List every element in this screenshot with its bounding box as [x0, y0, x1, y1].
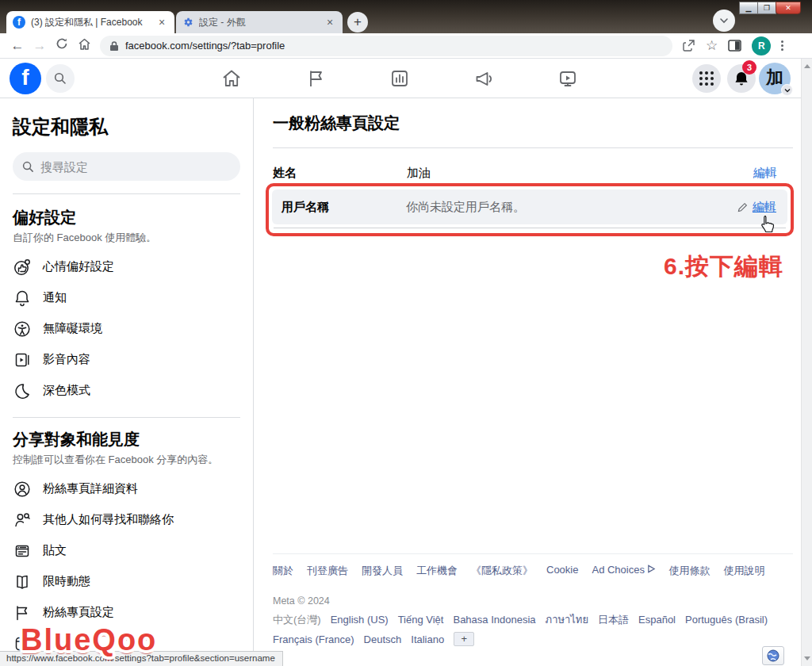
footer-link-about[interactable]: 關於 [273, 564, 293, 578]
adchoices-icon [647, 565, 656, 573]
browser-tab-settings[interactable]: 設定 - 外觀 × [176, 11, 343, 33]
scroll-down-icon[interactable] [804, 656, 810, 660]
sidebar-item-label: 通知 [43, 290, 67, 305]
gear-favicon-icon [182, 17, 193, 28]
browser-tab-facebook[interactable]: f (3) 設定和隱私 | Facebook × [6, 11, 174, 33]
bookmark-star-icon[interactable]: ☆ [706, 37, 718, 54]
ads-megaphone-nav-icon[interactable] [473, 67, 495, 90]
sidebar-item-page-details[interactable]: 粉絲專頁詳細資料 [13, 473, 240, 504]
sidebar-item-stories[interactable]: 限時動態 [13, 566, 240, 597]
footer-link-ads[interactable]: 刊登廣告 [307, 564, 348, 578]
divider [13, 193, 240, 194]
forward-icon[interactable]: → [29, 38, 51, 54]
dark-mode-icon [13, 381, 32, 400]
tab-title: (3) 設定和隱私 | Facebook [31, 16, 155, 29]
annotation-highlight-box: 用戶名稱 你尚未設定用戶名稱。 編輯 [266, 183, 794, 236]
sidebar-item-media[interactable]: 影音內容 [13, 344, 240, 375]
row-label: 姓名 [273, 166, 297, 181]
maximize-button[interactable]: ❐ [757, 2, 776, 14]
pages-flag-nav-icon[interactable] [304, 67, 327, 90]
page-scrollbar[interactable] [801, 59, 812, 666]
home-nav-icon[interactable] [220, 67, 243, 90]
add-language-button[interactable]: + [454, 632, 474, 646]
window-titlebar: f (3) 設定和隱私 | Facebook × 設定 - 外觀 × + ▁ ❐… [0, 0, 812, 33]
language-current: 中文(台灣) [273, 613, 321, 627]
sidebar-item-label: 貼文 [43, 543, 67, 558]
sidebar-item-reaction-preferences[interactable]: 心情偏好設定 [13, 251, 240, 282]
watermark-text: BlueQoo [21, 623, 157, 657]
close-tab-icon[interactable]: × [155, 16, 168, 29]
language-link[interactable]: Português (Brasil) [685, 614, 768, 626]
back-icon[interactable]: ← [6, 38, 29, 54]
media-icon [13, 350, 32, 369]
stories-icon [13, 572, 32, 591]
sidebar-title: 設定和隱私 [13, 114, 240, 140]
facebook-header: f 3 加 [0, 59, 801, 98]
page-title: 一般粉絲專頁設定 [273, 113, 400, 134]
video-nav-icon[interactable] [557, 67, 579, 90]
language-link[interactable]: Deutsch [364, 633, 402, 645]
sidebar-item-label: 影音內容 [43, 352, 90, 367]
edit-name-link[interactable]: 編輯 [753, 166, 777, 181]
browser-toolbar: ← → facebook.com/settings/?tab=profile ☆… [0, 33, 812, 59]
lock-icon [109, 40, 119, 52]
settings-search-input[interactable] [40, 160, 215, 174]
browser-profile-avatar[interactable]: R [752, 36, 771, 56]
share-icon[interactable] [682, 39, 695, 52]
sidebar-item-find-contact[interactable]: 其他人如何尋找和聯絡你 [13, 504, 240, 535]
footer-link-adchoices[interactable]: Ad Choices [592, 564, 655, 578]
language-link[interactable]: ภาษาไทย [546, 611, 588, 628]
footer-link-privacy[interactable]: 《隱私政策》 [471, 564, 533, 578]
apps-grid-button[interactable] [692, 64, 721, 93]
address-bar[interactable]: facebook.com/settings/?tab=profile [100, 36, 672, 56]
reload-icon[interactable] [51, 37, 73, 54]
footer-link-help[interactable]: 使用說明 [724, 564, 765, 578]
language-links: 中文(台灣) English (US) Tiếng Việt Bahasa In… [273, 611, 796, 646]
tab-search-button[interactable] [713, 10, 735, 32]
sidebar-item-dark-mode[interactable]: 深色模式 [13, 375, 240, 406]
language-globe-button[interactable] [762, 646, 784, 665]
language-link[interactable]: English (US) [331, 614, 389, 626]
sidebar-item-posts[interactable]: 貼文 [13, 535, 240, 566]
search-icon [22, 161, 34, 173]
minimize-button[interactable]: ▁ [739, 2, 758, 14]
profile-circle-icon [13, 480, 32, 499]
language-link[interactable]: Français (France) [273, 633, 354, 645]
language-link[interactable]: Tiếng Việt [398, 614, 444, 626]
close-button[interactable]: ✕ [776, 2, 801, 14]
facebook-footer: 關於 刊登廣告 開發人員 工作機會 《隱私政策》 Cookie Ad Choic… [273, 553, 793, 646]
sidebar-item-accessibility[interactable]: 無障礙環境 [13, 313, 240, 344]
account-avatar[interactable]: 加 [759, 63, 791, 94]
footer-link-developers[interactable]: 開發人員 [362, 564, 403, 578]
tutorial-annotation-text: 6.按下編輯 [664, 251, 783, 283]
browser-menu-icon[interactable] [781, 40, 783, 51]
insights-chart-nav-icon[interactable] [389, 67, 411, 90]
language-link[interactable]: Bahasa Indonesia [453, 614, 535, 626]
language-link[interactable]: 日本語 [598, 613, 629, 627]
language-link[interactable]: Italiano [411, 633, 444, 645]
row-value: 你尚未設定用戶名稱。 [406, 200, 525, 215]
section-subtitle: 控制誰可以查看你在 Facebook 分享的內容。 [13, 453, 240, 467]
sidebar-item-notifications[interactable]: 通知 [13, 282, 240, 313]
home-icon[interactable] [73, 37, 95, 55]
language-link[interactable]: Español [638, 614, 676, 626]
page-flag-icon [13, 603, 32, 622]
footer-link-cookie[interactable]: Cookie [546, 564, 578, 578]
sidebar-item-label: 無障礙環境 [43, 321, 102, 336]
close-tab-icon[interactable]: × [324, 16, 336, 29]
facebook-search-button[interactable] [46, 64, 75, 93]
setting-row-username[interactable]: 用戶名稱 你尚未設定用戶名稱。 編輯 [272, 189, 787, 224]
footer-link-careers[interactable]: 工作機會 [416, 564, 458, 578]
account-chevron-icon [781, 84, 793, 96]
avatar-text: 加 [766, 67, 783, 87]
scroll-up-icon[interactable] [804, 64, 810, 68]
reaction-preferences-icon [13, 258, 32, 277]
facebook-logo[interactable]: f [10, 63, 41, 94]
footer-link-terms[interactable]: 使用條款 [669, 564, 710, 578]
new-tab-button[interactable]: + [347, 12, 368, 33]
edit-username-link[interactable]: 編輯 [753, 200, 776, 215]
settings-search[interactable] [13, 152, 240, 181]
section-subtitle: 自訂你的 Facebook 使用體驗。 [13, 231, 240, 245]
globe-icon [767, 649, 779, 662]
side-panel-icon[interactable] [728, 40, 741, 52]
